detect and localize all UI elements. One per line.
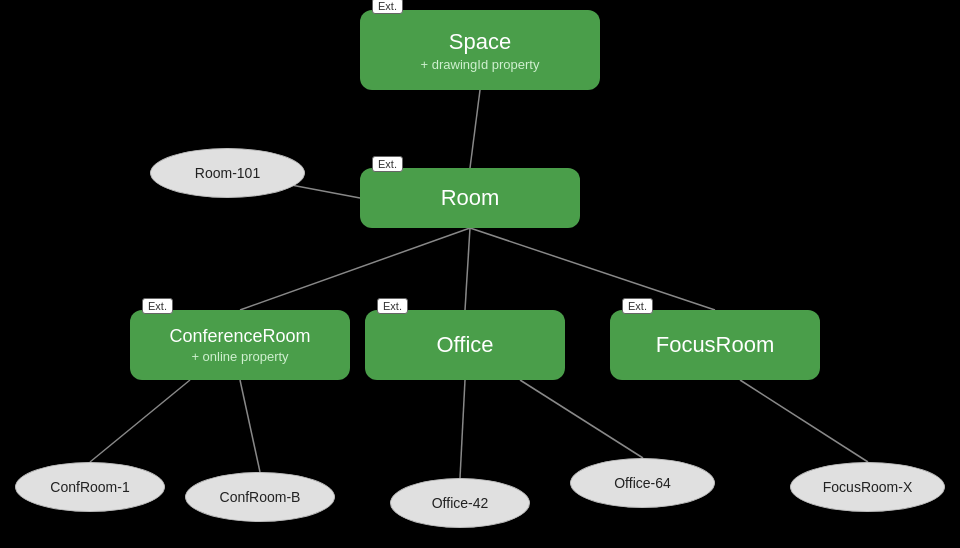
focus-room-x-label: FocusRoom-X xyxy=(823,479,912,495)
conf-room-sub: + online property xyxy=(191,349,288,364)
office-ext-badge: Ext. xyxy=(377,298,408,314)
office-64-label: Office-64 xyxy=(614,475,671,491)
office-42-oval: Office-42 xyxy=(390,478,530,528)
office-64-oval: Office-64 xyxy=(570,458,715,508)
focus-room-node: Ext. FocusRoom xyxy=(610,310,820,380)
svg-line-7 xyxy=(460,380,465,478)
svg-line-5 xyxy=(90,380,190,462)
svg-line-6 xyxy=(240,380,260,472)
svg-line-8 xyxy=(520,380,643,458)
space-node: Ext. Space + drawingId property xyxy=(360,10,600,90)
room-node: Ext. Room xyxy=(360,168,580,228)
focus-room-x-oval: FocusRoom-X xyxy=(790,462,945,512)
svg-line-2 xyxy=(465,228,470,310)
room-title: Room xyxy=(441,185,500,211)
conference-room-node: Ext. ConferenceRoom + online property xyxy=(130,310,350,380)
conf-room-b-oval: ConfRoom-B xyxy=(185,472,335,522)
conf-room-ext-badge: Ext. xyxy=(142,298,173,314)
space-sub: + drawingId property xyxy=(421,57,540,72)
conf-room-b-label: ConfRoom-B xyxy=(220,489,301,505)
room-101-label: Room-101 xyxy=(195,165,260,181)
room-101-oval: Room-101 xyxy=(150,148,305,198)
focus-room-title: FocusRoom xyxy=(656,332,775,358)
space-ext-badge: Ext. xyxy=(372,0,403,14)
conf-room-1-oval: ConfRoom-1 xyxy=(15,462,165,512)
svg-line-1 xyxy=(240,228,470,310)
office-node: Ext. Office xyxy=(365,310,565,380)
conf-room-1-label: ConfRoom-1 xyxy=(50,479,129,495)
svg-line-0 xyxy=(470,90,480,168)
svg-line-9 xyxy=(740,380,868,462)
office-42-label: Office-42 xyxy=(432,495,489,511)
office-title: Office xyxy=(436,332,493,358)
space-title: Space xyxy=(449,29,511,55)
diagram: Ext. Space + drawingId property Ext. Roo… xyxy=(0,0,960,548)
room-ext-badge: Ext. xyxy=(372,156,403,172)
svg-line-3 xyxy=(470,228,715,310)
conf-room-title: ConferenceRoom xyxy=(169,326,310,347)
focus-room-ext-badge: Ext. xyxy=(622,298,653,314)
